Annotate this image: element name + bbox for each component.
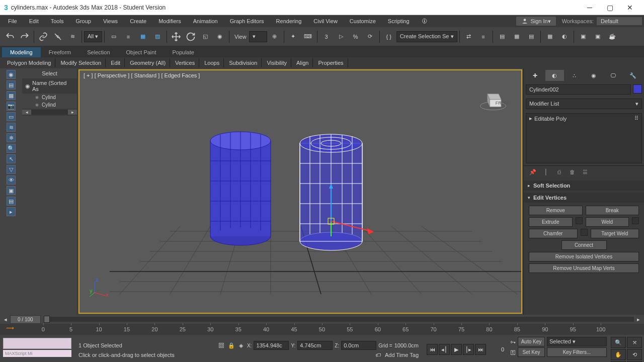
coord-x[interactable]: 1354.948c xyxy=(254,341,289,350)
scene-item[interactable]: Cylind xyxy=(22,94,77,101)
tab-object-paint[interactable]: Object Paint xyxy=(118,47,165,57)
select-scale-button[interactable]: ◱ xyxy=(198,30,212,44)
object-name-field[interactable] xyxy=(526,84,631,95)
lt-filter-icon[interactable]: ▽ xyxy=(7,165,16,174)
lt-layer-icon[interactable]: ▤ xyxy=(7,80,16,89)
zoom-all-icon[interactable]: ⤧ xyxy=(627,337,642,348)
connect-button[interactable]: Connect xyxy=(561,240,607,250)
lock-icon[interactable]: 🔒 xyxy=(228,342,235,349)
menu-file[interactable]: File xyxy=(2,16,23,26)
tab-modeling[interactable]: Modeling xyxy=(2,47,41,57)
select-by-name-button[interactable]: ≡ xyxy=(121,30,135,44)
edit-named-sel-button[interactable]: { } xyxy=(382,30,396,44)
percent-snap-button[interactable]: % xyxy=(349,30,363,44)
rsub-visibility[interactable]: Visibility xyxy=(263,58,291,67)
select-move-button[interactable] xyxy=(169,30,183,44)
rsub-polygon-modeling[interactable]: Polygon Modeling xyxy=(3,58,55,67)
workspace-select[interactable]: Default xyxy=(597,17,642,25)
schematic-view-button[interactable]: ▦ xyxy=(543,30,557,44)
object-color-swatch[interactable] xyxy=(633,84,642,94)
rsub-subdivision[interactable]: Subdivision xyxy=(225,58,262,67)
time-ruler[interactable]: ⟿ 05 1015 2025 3035 4045 5055 6065 7075 … xyxy=(0,324,644,335)
named-selection-field[interactable]: Create Selection Se ▾ xyxy=(396,31,457,42)
menu-scripting[interactable]: Scripting xyxy=(382,16,416,26)
remove-button[interactable]: Remove xyxy=(529,206,583,215)
viewcube[interactable]: FRONT xyxy=(477,83,509,116)
remove-isolated-button[interactable]: Remove Isolated Vertices xyxy=(529,252,639,261)
mirror-button[interactable]: ⇄ xyxy=(462,30,476,44)
menu-graph-editors[interactable]: Graph Editors xyxy=(224,16,270,26)
unlink-button[interactable] xyxy=(51,30,65,44)
toggle-ribbon-button[interactable]: ▦ xyxy=(510,30,524,44)
lt-scene-explorer-icon[interactable]: ◉ xyxy=(7,70,16,79)
modifier-stack[interactable]: ▸ Editable Poly ⠿ xyxy=(526,113,642,163)
lt-frozen-icon[interactable]: ❄ xyxy=(7,133,16,142)
angle-snap-button[interactable]: ▷ xyxy=(334,30,348,44)
tab-motion-icon[interactable]: ◉ xyxy=(584,70,603,81)
tab-selection[interactable]: Selection xyxy=(79,47,118,57)
lt-expand-icon[interactable]: ▸ xyxy=(7,207,16,216)
rsub-vertices[interactable]: Vertices xyxy=(171,58,199,67)
remove-modifier-icon[interactable]: 🗑 xyxy=(568,169,576,175)
menu-rendering[interactable]: Rendering xyxy=(270,16,308,26)
scene-item[interactable]: Cylind xyxy=(22,101,77,109)
lt-camera-icon[interactable]: 📷 xyxy=(7,102,16,111)
scene-scrollbar[interactable]: ◂▸ xyxy=(22,109,77,116)
menu-edit[interactable]: Edit xyxy=(23,16,45,26)
viewport[interactable]: [ + ] [ Perspective ] [ Standard ] [ Edg… xyxy=(78,69,522,314)
tab-freeform[interactable]: Freeform xyxy=(41,47,79,57)
tab-display-icon[interactable]: 🖵 xyxy=(604,70,622,81)
autokey-button[interactable]: Auto Key xyxy=(518,337,545,346)
minimize-button[interactable]: ─ xyxy=(580,1,600,15)
time-head[interactable] xyxy=(44,316,50,323)
spinner-snap-button[interactable]: ⟳ xyxy=(363,30,377,44)
goto-end-button[interactable]: ⏭ xyxy=(475,344,486,355)
close-button[interactable]: ✕ xyxy=(620,1,640,15)
layer-explorer-button[interactable]: ▤ xyxy=(495,30,509,44)
time-tag-icon[interactable]: 🏷 xyxy=(375,352,381,358)
menu-modifiers[interactable]: Modifiers xyxy=(152,16,187,26)
stack-item-editable-poly[interactable]: ▸ Editable Poly ⠿ xyxy=(526,114,641,123)
coord-y[interactable]: 4.745cm xyxy=(297,341,333,350)
configure-sets-icon[interactable]: ☰ xyxy=(581,169,589,175)
keyboard-shortcut-button[interactable]: ⌨ xyxy=(301,30,315,44)
menu-tools[interactable]: Tools xyxy=(45,16,70,26)
menu-views[interactable]: Views xyxy=(97,16,124,26)
lt-display-icon[interactable]: ▦ xyxy=(7,91,16,100)
next-frame-button[interactable]: ⎮▸ xyxy=(463,344,474,355)
keyfilters-button[interactable]: Key Filters... xyxy=(547,347,607,357)
maxscript-listener[interactable]: MAXScript Mi xyxy=(3,350,71,357)
current-frame-field[interactable]: 0 xyxy=(487,346,504,352)
menu-help-icon[interactable]: 🛈 xyxy=(416,16,433,26)
modifier-list-dropdown[interactable]: Modifier List▾ xyxy=(526,99,642,109)
lt-sort-icon[interactable]: ▤ xyxy=(7,197,16,206)
tab-hierarchy-icon[interactable]: ⛬ xyxy=(565,70,584,81)
break-button[interactable]: Break xyxy=(586,206,639,215)
setkey-button[interactable]: Set Key xyxy=(518,347,545,357)
extrude-settings[interactable] xyxy=(576,217,583,224)
pin-stack-icon[interactable]: 📌 xyxy=(529,169,537,175)
maximize-button[interactable]: ▢ xyxy=(600,1,620,15)
rollout-soft-selection[interactable]: Soft Selection xyxy=(524,180,644,191)
menu-customize[interactable]: Customize xyxy=(344,16,382,26)
select-object-button[interactable]: ▭ xyxy=(107,30,121,44)
lt-group-icon[interactable]: ▣ xyxy=(7,186,16,195)
select-rotate-button[interactable] xyxy=(184,30,198,44)
time-slider[interactable]: ◂0 / 100 ▸ xyxy=(0,315,644,324)
key-mode-icon[interactable]: 🗝 xyxy=(510,339,516,345)
scene-sort-header[interactable]: ◉Name (Sorted As xyxy=(22,78,77,94)
lt-wave-icon[interactable]: ≋ xyxy=(7,123,16,132)
undo-button[interactable] xyxy=(3,30,17,44)
selection-filter[interactable]: All ▾ xyxy=(84,31,102,42)
rsub-edit[interactable]: Edit xyxy=(107,58,125,67)
manipulate-button[interactable]: ✦ xyxy=(286,30,300,44)
window-crossing-button[interactable]: ▨ xyxy=(150,30,165,44)
tab-populate[interactable]: Populate xyxy=(164,47,202,57)
time-label[interactable]: 0 / 100 xyxy=(10,315,41,324)
rsub-loops[interactable]: Loops xyxy=(200,58,224,67)
lock-selection-icon[interactable]: 🞖 xyxy=(218,342,224,348)
lt-visibility-icon[interactable]: 👁 xyxy=(7,175,16,185)
keyfilters-select[interactable]: Selected ▾ xyxy=(547,337,607,346)
coord-z[interactable]: 0.0cm xyxy=(341,341,376,350)
render-button[interactable]: ☕ xyxy=(605,30,619,44)
